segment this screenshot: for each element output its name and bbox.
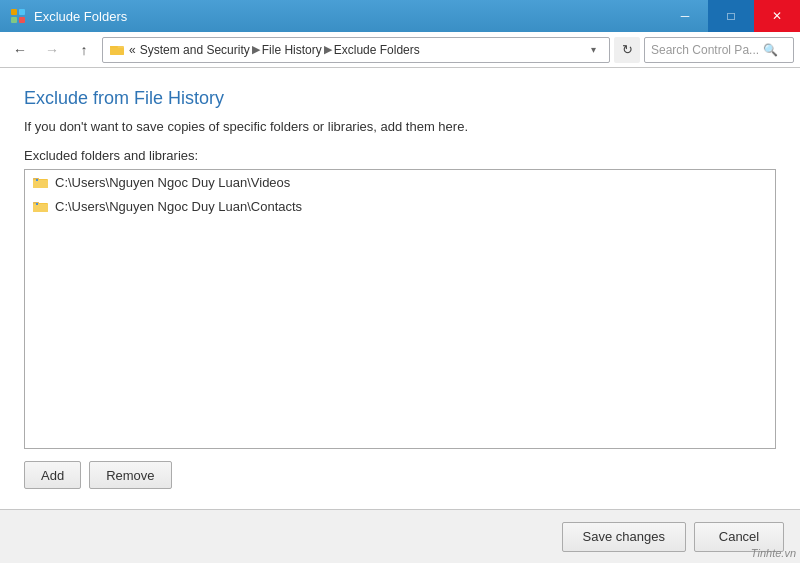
window-title: Exclude Folders: [34, 9, 127, 24]
search-icon: 🔍: [763, 43, 778, 57]
page-title: Exclude from File History: [24, 88, 776, 109]
svg-rect-9: [33, 180, 48, 188]
refresh-button[interactable]: ↻: [614, 37, 640, 63]
window-icon: [10, 8, 26, 24]
section-label: Excluded folders and libraries:: [24, 148, 776, 163]
list-item[interactable]: C:\Users\Nguyen Ngoc Duy Luan\Contacts: [25, 194, 775, 218]
search-placeholder: Search Control Pa...: [651, 43, 759, 57]
title-bar: Exclude Folders ─ □ ✕: [0, 0, 800, 32]
svg-rect-0: [11, 9, 17, 15]
back-button[interactable]: ←: [6, 37, 34, 63]
add-button[interactable]: Add: [24, 461, 81, 489]
path-segment-4: Exclude Folders: [334, 43, 420, 57]
search-box[interactable]: Search Control Pa... 🔍: [644, 37, 794, 63]
folder-icon: [33, 174, 49, 190]
folder-list[interactable]: C:\Users\Nguyen Ngoc Duy Luan\Videos C:\…: [24, 169, 776, 449]
folder-icon: [33, 198, 49, 214]
up-button[interactable]: ↑: [70, 37, 98, 63]
folder-path: C:\Users\Nguyen Ngoc Duy Luan\Videos: [55, 175, 290, 190]
save-changes-button[interactable]: Save changes: [562, 522, 686, 552]
main-content: Exclude from File History If you don't w…: [0, 68, 800, 509]
path-dropdown-icon[interactable]: ▾: [583, 44, 603, 55]
list-item[interactable]: C:\Users\Nguyen Ngoc Duy Luan\Videos: [25, 170, 775, 194]
folder-path: C:\Users\Nguyen Ngoc Duy Luan\Contacts: [55, 199, 302, 214]
bottom-bar: Save changes Cancel: [0, 509, 800, 563]
address-bar: ← → ↑ « System and Security ▶ File Histo…: [0, 32, 800, 68]
watermark: Tinhte.vn: [751, 547, 796, 559]
path-icon: [109, 42, 125, 58]
svg-rect-14: [36, 203, 38, 205]
svg-rect-13: [33, 204, 48, 212]
page-description: If you don't want to save copies of spec…: [24, 119, 776, 134]
svg-rect-1: [19, 9, 25, 15]
title-bar-left: Exclude Folders: [10, 8, 127, 24]
action-buttons: Add Remove: [24, 461, 776, 489]
svg-rect-2: [11, 17, 17, 23]
svg-rect-10: [36, 179, 38, 181]
path-segment-1: «: [129, 43, 136, 57]
minimize-button[interactable]: ─: [662, 0, 708, 32]
svg-rect-6: [110, 48, 124, 55]
forward-button[interactable]: →: [38, 37, 66, 63]
path-segment-3: File History: [262, 43, 322, 57]
maximize-button[interactable]: □: [708, 0, 754, 32]
path-segment-2: System and Security: [140, 43, 250, 57]
remove-button[interactable]: Remove: [89, 461, 171, 489]
svg-rect-3: [19, 17, 25, 23]
close-button[interactable]: ✕: [754, 0, 800, 32]
address-path[interactable]: « System and Security ▶ File History ▶ E…: [102, 37, 610, 63]
window-controls: ─ □ ✕: [662, 0, 800, 32]
